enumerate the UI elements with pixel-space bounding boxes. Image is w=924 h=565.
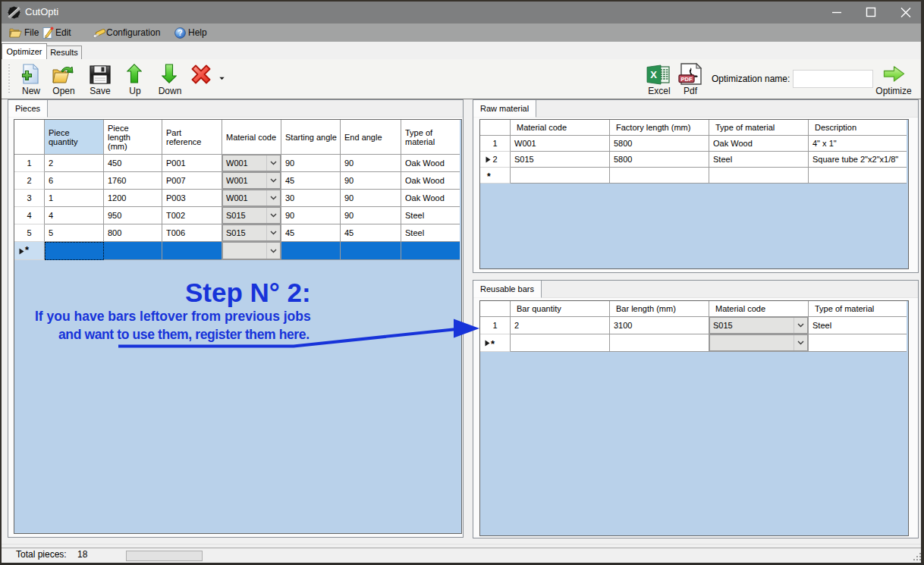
- svg-text:PDF: PDF: [681, 76, 693, 83]
- svg-text:X: X: [650, 69, 657, 80]
- svg-text:?: ?: [178, 28, 182, 37]
